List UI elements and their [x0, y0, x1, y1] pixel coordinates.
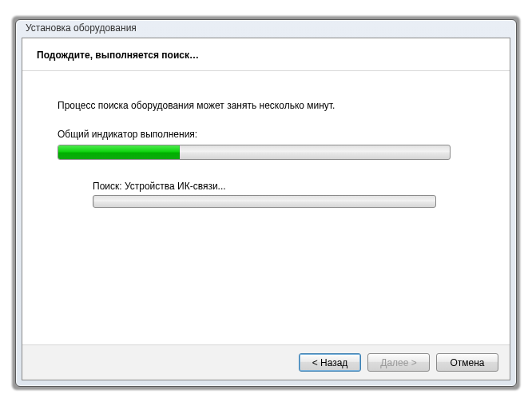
back-button[interactable]: < Назад	[299, 353, 361, 372]
wizard-header: Подождите, выполняется поиск…	[22, 38, 510, 71]
client-area: Подождите, выполняется поиск… Процесс по…	[22, 38, 510, 380]
overall-progress-bar	[58, 145, 451, 160]
sub-progress-bar	[93, 195, 436, 208]
window-title: Установка оборудования	[16, 20, 516, 38]
sub-progress-label: Поиск: Устройства ИК-связи...	[93, 181, 474, 192]
next-button: Далее >	[367, 353, 430, 372]
wizard-footer: < Назад Далее > Отмена	[22, 344, 510, 380]
overall-progress-label: Общий индикатор выполнения:	[58, 129, 474, 140]
info-text: Процесс поиска оборудования может занять…	[58, 100, 474, 111]
dialog-window: Установка оборудования Подождите, выполн…	[15, 19, 517, 387]
wizard-content: Процесс поиска оборудования может занять…	[22, 71, 510, 344]
cancel-button[interactable]: Отмена	[436, 353, 498, 372]
